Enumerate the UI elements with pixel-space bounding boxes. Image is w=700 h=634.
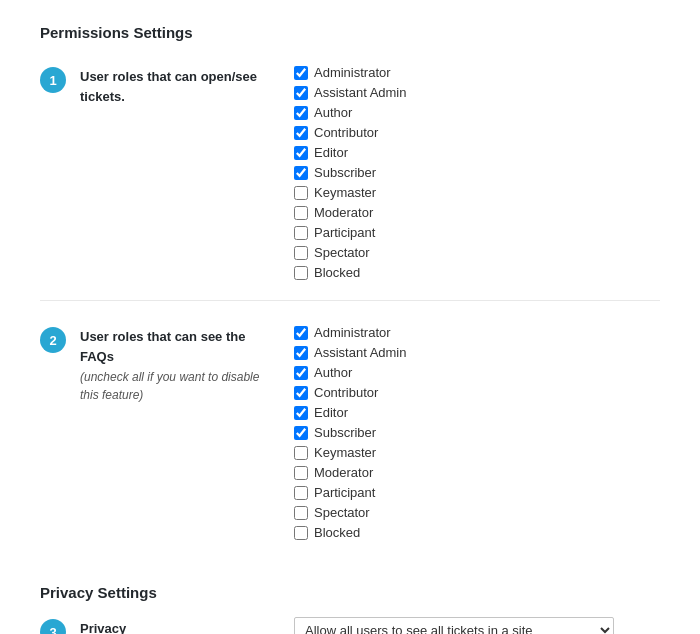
row2-checkbox-0[interactable]	[294, 326, 308, 340]
list-item: Blocked	[294, 265, 407, 280]
row1-checkbox-10[interactable]	[294, 266, 308, 280]
row2-checkbox-label-3: Contributor	[314, 385, 378, 400]
row2-checkbox-7[interactable]	[294, 466, 308, 480]
list-item: Administrator	[294, 325, 407, 340]
list-item: Keymaster	[294, 445, 407, 460]
list-item: Keymaster	[294, 185, 407, 200]
row1-checkbox-3[interactable]	[294, 126, 308, 140]
row1-checkbox-label-8: Participant	[314, 225, 375, 240]
privacy-row: 3 Privacy Allow all users to see all tic…	[40, 617, 660, 634]
list-item: Moderator	[294, 465, 407, 480]
row1-checkboxes: AdministratorAssistant AdminAuthorContri…	[294, 65, 407, 280]
row2-checkbox-label-0: Administrator	[314, 325, 391, 340]
badge-1: 1	[40, 67, 66, 93]
privacy-title: Privacy Settings	[40, 584, 660, 601]
row-open-tickets: 1 User roles that can open/see tickets. …	[40, 65, 660, 301]
list-item: Moderator	[294, 205, 407, 220]
privacy-select-wrapper: Allow all users to see all tickets in a …	[294, 617, 614, 634]
row2-checkbox-label-8: Participant	[314, 485, 375, 500]
privacy-label-container: Privacy	[80, 617, 270, 634]
row2-checkbox-label-6: Keymaster	[314, 445, 376, 460]
row1-checkbox-label-9: Spectator	[314, 245, 370, 260]
row1-checkbox-7[interactable]	[294, 206, 308, 220]
row2-checkbox-1[interactable]	[294, 346, 308, 360]
permissions-title: Permissions Settings	[40, 24, 660, 49]
row1-checkbox-label-4: Editor	[314, 145, 348, 160]
list-item: Assistant Admin	[294, 345, 407, 360]
row2-checkbox-8[interactable]	[294, 486, 308, 500]
row1-checkbox-0[interactable]	[294, 66, 308, 80]
row-faq: 2 User roles that can see the FAQs (unch…	[40, 325, 660, 560]
row2-checkbox-6[interactable]	[294, 446, 308, 460]
list-item: Assistant Admin	[294, 85, 407, 100]
list-item: Contributor	[294, 385, 407, 400]
row1-checkbox-label-3: Contributor	[314, 125, 378, 140]
row2-checkbox-label-2: Author	[314, 365, 352, 380]
list-item: Editor	[294, 405, 407, 420]
list-item: Blocked	[294, 525, 407, 540]
row1-checkbox-label-6: Keymaster	[314, 185, 376, 200]
row1-checkbox-1[interactable]	[294, 86, 308, 100]
list-item: Participant	[294, 485, 407, 500]
row1-checkbox-label-0: Administrator	[314, 65, 391, 80]
row2-label-note: (uncheck all if you want to disable this…	[80, 368, 270, 404]
row1-checkbox-label-1: Assistant Admin	[314, 85, 407, 100]
row2-checkbox-label-9: Spectator	[314, 505, 370, 520]
row2-checkbox-2[interactable]	[294, 366, 308, 380]
badge-3: 3	[40, 619, 66, 634]
row2-checkbox-label-5: Subscriber	[314, 425, 376, 440]
row1-checkbox-4[interactable]	[294, 146, 308, 160]
list-item: Spectator	[294, 245, 407, 260]
row2-checkboxes: AdministratorAssistant AdminAuthorContri…	[294, 325, 407, 540]
row2-checkbox-label-7: Moderator	[314, 465, 373, 480]
privacy-label: Privacy	[80, 617, 126, 634]
row2-checkbox-10[interactable]	[294, 526, 308, 540]
row1-label-main: User roles that can open/see tickets.	[80, 69, 257, 104]
badge-2: 2	[40, 327, 66, 353]
list-item: Participant	[294, 225, 407, 240]
row1-checkbox-label-5: Subscriber	[314, 165, 376, 180]
list-item: Spectator	[294, 505, 407, 520]
row2-checkbox-4[interactable]	[294, 406, 308, 420]
row1-checkbox-9[interactable]	[294, 246, 308, 260]
row1-label: User roles that can open/see tickets.	[80, 65, 270, 106]
row2-checkbox-label-10: Blocked	[314, 525, 360, 540]
list-item: Author	[294, 365, 407, 380]
row1-checkbox-6[interactable]	[294, 186, 308, 200]
row1-checkbox-label-10: Blocked	[314, 265, 360, 280]
list-item: Editor	[294, 145, 407, 160]
list-item: Administrator	[294, 65, 407, 80]
row1-checkbox-label-7: Moderator	[314, 205, 373, 220]
row2-label-main: User roles that can see the FAQs	[80, 329, 245, 364]
list-item: Subscriber	[294, 425, 407, 440]
row2-checkbox-label-4: Editor	[314, 405, 348, 420]
row1-checkbox-label-2: Author	[314, 105, 352, 120]
privacy-select[interactable]: Allow all users to see all tickets in a …	[294, 617, 614, 634]
row2-checkbox-9[interactable]	[294, 506, 308, 520]
row1-checkbox-2[interactable]	[294, 106, 308, 120]
list-item: Subscriber	[294, 165, 407, 180]
list-item: Author	[294, 105, 407, 120]
row1-checkbox-8[interactable]	[294, 226, 308, 240]
privacy-section: Privacy Settings 3 Privacy Allow all use…	[40, 584, 660, 634]
row2-checkbox-3[interactable]	[294, 386, 308, 400]
list-item: Contributor	[294, 125, 407, 140]
row2-checkbox-label-1: Assistant Admin	[314, 345, 407, 360]
row2-label: User roles that can see the FAQs (unchec…	[80, 325, 270, 404]
permissions-section: Permissions Settings 1 User roles that c…	[40, 24, 660, 560]
row2-checkbox-5[interactable]	[294, 426, 308, 440]
row1-checkbox-5[interactable]	[294, 166, 308, 180]
